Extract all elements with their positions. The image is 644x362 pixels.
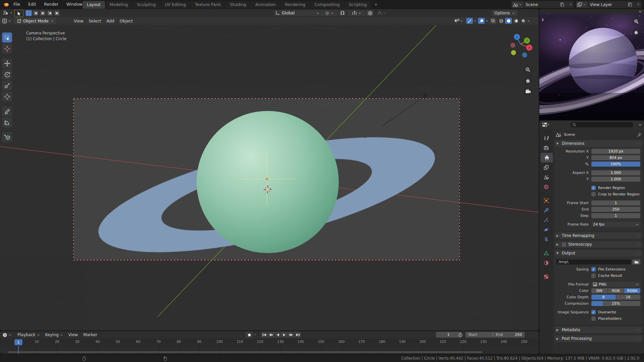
tool-annotate[interactable] — [2, 106, 12, 116]
properties-tab-world[interactable] — [539, 182, 553, 192]
playhead-line[interactable] — [18, 346, 19, 354]
viewport-editor-type-icon[interactable] — [2, 18, 11, 23]
timeline-menu-marker[interactable]: Marker — [80, 331, 100, 338]
filter-chevron-icon[interactable] — [638, 123, 642, 127]
tool-cursor[interactable] — [2, 44, 12, 54]
properties-tab-view-layer[interactable] — [539, 163, 553, 172]
timeline-menu-keying[interactable]: Keying — [43, 331, 66, 338]
workspace-tab-shading[interactable]: Shading — [225, 1, 251, 9]
tool-rotate[interactable] — [2, 69, 12, 79]
output-path-input[interactable]: /tmp\ — [556, 259, 631, 264]
checkbox-crop-to-render-region[interactable] — [591, 192, 596, 196]
menu-render[interactable]: Render — [41, 1, 62, 8]
timeline-editor-type-icon[interactable] — [2, 333, 11, 338]
section-output[interactable]: ▼Output:::: — [554, 250, 642, 256]
snap-magnet-icon[interactable] — [339, 10, 346, 16]
view-layer-name[interactable]: View Layer — [587, 2, 628, 7]
properties-tab-tool[interactable] — [539, 133, 553, 143]
segment-rgba[interactable]: RGBA — [624, 288, 640, 293]
section-stereoscopy[interactable]: ▶Stereoscopy:::: — [554, 241, 642, 248]
jump-to-end-button[interactable] — [294, 332, 301, 338]
dimensions-step-input[interactable]: 1 — [591, 213, 640, 218]
viewport-menu-object[interactable]: Object — [117, 18, 136, 24]
preview-zoom-icon[interactable] — [632, 17, 641, 26]
properties-tab-constraints[interactable] — [539, 235, 553, 244]
scene-name[interactable]: Scene — [523, 2, 560, 7]
menu-edit[interactable]: Edit — [25, 1, 39, 8]
workspace-tab-uv-editing[interactable]: UV Editing — [160, 1, 190, 9]
frame-end-input[interactable]: End250 — [493, 332, 525, 338]
properties-tab-material[interactable] — [539, 258, 553, 268]
scene-selector[interactable]: Scene ✕ — [511, 1, 574, 8]
menu-file[interactable]: File — [10, 1, 23, 8]
checkbox[interactable] — [562, 242, 566, 247]
tool-select-box[interactable] — [2, 33, 12, 43]
tool-add-cube[interactable] — [2, 132, 12, 142]
use-preview-range-icon[interactable] — [458, 333, 463, 337]
pin-icon[interactable] — [637, 132, 641, 137]
dimensions-dropdown[interactable]: 24 fps — [591, 222, 640, 227]
timeline-ruler[interactable]: 1102030405060708090100110120130140150160… — [0, 339, 539, 346]
select-mode-new[interactable] — [25, 10, 32, 16]
workspace-tab-sculpting[interactable]: Sculpting — [132, 1, 160, 9]
blender-logo[interactable] — [3, 1, 9, 7]
dimensions-y-input[interactable]: 1.000 — [591, 177, 640, 182]
segment-8[interactable]: 8 — [591, 295, 616, 300]
overlays-dropdown[interactable] — [478, 18, 488, 24]
new-scene-button[interactable] — [560, 2, 567, 7]
xray-toggle-icon[interactable] — [490, 18, 496, 24]
timeline-scrollbar[interactable] — [8, 351, 482, 353]
play-reverse-button[interactable] — [274, 332, 281, 338]
select-mode-invert[interactable] — [47, 10, 53, 16]
playhead-badge[interactable]: 1 — [14, 339, 22, 345]
properties-tab-output[interactable] — [541, 153, 553, 163]
new-view-layer-button[interactable] — [628, 2, 635, 7]
shading-rendered-icon[interactable] — [520, 18, 527, 24]
mode-dropdown[interactable]: Object Mode — [15, 18, 56, 24]
render-preview-editor[interactable] — [539, 9, 644, 120]
viewport-pan-icon[interactable] — [524, 76, 532, 85]
segment-bw[interactable]: BW — [591, 288, 607, 293]
properties-tab-physics[interactable] — [539, 225, 553, 235]
select-mode-intersect[interactable] — [54, 10, 60, 16]
viewport-menu-select[interactable]: Select — [86, 18, 104, 24]
section-post-processing[interactable]: ▶Post Processing:::: — [554, 335, 642, 342]
properties-tab-render[interactable] — [539, 143, 553, 153]
frame-start-input[interactable]: Start1 — [466, 332, 497, 338]
checkbox-render-region[interactable]: ✓ — [591, 186, 596, 190]
view-layer-selector[interactable]: View Layer ✕ — [576, 1, 642, 8]
unlink-scene-button[interactable]: ✕ — [567, 2, 574, 7]
segment-rgb[interactable]: RGB — [608, 288, 624, 293]
remove-view-layer-button[interactable]: ✕ — [635, 2, 642, 7]
tool-move[interactable] — [2, 58, 12, 68]
select-mode-subtract[interactable] — [40, 10, 46, 16]
tool-editor-icon[interactable] — [3, 10, 13, 15]
keying-chevron-icon[interactable] — [254, 333, 257, 336]
add-workspace-button[interactable]: + — [371, 1, 380, 9]
play-button[interactable] — [281, 332, 287, 338]
output-file-format-dropdown[interactable]: PNG — [591, 282, 640, 287]
dimensions-resolution-x-input[interactable]: 1920 px — [591, 149, 640, 154]
properties-tab-particles[interactable] — [539, 215, 553, 225]
tool-scale[interactable] — [2, 80, 12, 90]
snapping-dropdown[interactable] — [347, 10, 366, 16]
dimensions-end-input[interactable]: 250 — [591, 207, 640, 212]
properties-tab-modifiers[interactable] — [539, 205, 553, 215]
dimensions---input[interactable]: 100% — [591, 162, 640, 167]
tool-transform[interactable] — [2, 92, 12, 102]
tool-measure[interactable] — [2, 117, 12, 127]
rendered-planet-image[interactable] — [539, 9, 644, 120]
preview-pan-icon[interactable] — [632, 28, 641, 37]
proportional-editing-icon[interactable] — [366, 10, 374, 16]
workspace-tab-scripting[interactable]: Scripting — [344, 1, 371, 9]
shading-wireframe-icon[interactable] — [498, 18, 504, 24]
jump-to-start-button[interactable] — [261, 332, 267, 338]
checkbox-file-extensions[interactable]: ✓ — [591, 267, 596, 272]
current-frame-input[interactable]: 1 — [436, 332, 461, 338]
expand-arrow-icon[interactable] — [541, 18, 544, 22]
properties-tab-texture[interactable] — [539, 272, 553, 282]
dimensions-frame-start-input[interactable]: 1 — [591, 200, 640, 205]
shading-material-icon[interactable] — [513, 18, 519, 24]
workspace-tab-animation[interactable]: Animation — [251, 1, 280, 9]
workspace-tab-layout[interactable]: Layout — [83, 1, 105, 9]
